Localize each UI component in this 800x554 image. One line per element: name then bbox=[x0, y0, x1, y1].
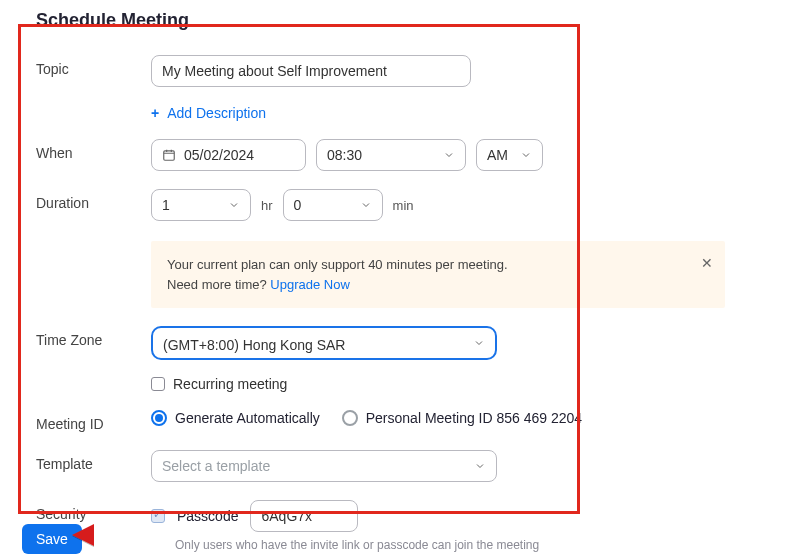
radio-dot-off bbox=[342, 410, 358, 426]
date-value: 05/02/2024 bbox=[184, 147, 254, 163]
banner-close-icon[interactable]: ✕ bbox=[701, 253, 713, 274]
calendar-icon bbox=[162, 148, 176, 162]
duration-hour-value: 1 bbox=[162, 197, 170, 213]
radio-personal-label: Personal Meeting ID 856 469 2204 bbox=[366, 410, 582, 426]
row-topic: Topic My Meeting about Self Improvement … bbox=[36, 55, 764, 121]
recurring-checkbox-row[interactable]: Recurring meeting bbox=[151, 376, 764, 392]
ampm-select[interactable]: AM bbox=[476, 139, 543, 171]
recurring-checkbox[interactable] bbox=[151, 377, 165, 391]
timezone-value: (GMT+8:00) Hong Kong SAR bbox=[163, 334, 346, 353]
hour-unit: hr bbox=[261, 198, 273, 213]
row-when: When 05/02/2024 08:30 AM bbox=[36, 139, 764, 171]
time-value: 08:30 bbox=[327, 147, 362, 163]
chevron-down-icon bbox=[520, 149, 532, 161]
row-duration: Duration 1 hr 0 min bbox=[36, 189, 764, 221]
add-description-link[interactable]: + Add Description bbox=[151, 105, 266, 121]
ampm-value: AM bbox=[487, 147, 508, 163]
topic-label: Topic bbox=[36, 55, 151, 77]
row-security: Security Passcode 6AqG7x Only users who … bbox=[36, 500, 764, 554]
chevron-down-icon bbox=[474, 460, 486, 472]
when-label: When bbox=[36, 139, 151, 161]
chevron-down-icon bbox=[473, 337, 485, 349]
svg-rect-0 bbox=[164, 151, 175, 160]
callout-arrow bbox=[70, 520, 140, 550]
add-description-text: Add Description bbox=[167, 105, 266, 121]
plan-limit-banner: Your current plan can only support 40 mi… bbox=[151, 241, 725, 308]
duration-min-value: 0 bbox=[294, 197, 302, 213]
radio-dot-on bbox=[151, 410, 167, 426]
plus-icon: + bbox=[151, 105, 159, 121]
banner-line1: Your current plan can only support 40 mi… bbox=[167, 255, 709, 275]
row-template: Template Select a template bbox=[36, 450, 764, 482]
duration-label: Duration bbox=[36, 189, 151, 211]
radio-personal-id[interactable]: Personal Meeting ID 856 469 2204 bbox=[342, 410, 582, 426]
radio-auto-label: Generate Automatically bbox=[175, 410, 320, 426]
radio-generate-auto[interactable]: Generate Automatically bbox=[151, 410, 320, 426]
schedule-form: Topic My Meeting about Self Improvement … bbox=[0, 55, 800, 554]
security-label: Security bbox=[36, 500, 151, 522]
chevron-down-icon bbox=[228, 199, 240, 211]
chevron-down-icon bbox=[360, 199, 372, 211]
template-placeholder: Select a template bbox=[162, 458, 270, 474]
time-select[interactable]: 08:30 bbox=[316, 139, 466, 171]
topic-input[interactable]: My Meeting about Self Improvement bbox=[151, 55, 471, 87]
chevron-down-icon bbox=[443, 149, 455, 161]
page-title: Schedule Meeting bbox=[0, 0, 800, 37]
date-input[interactable]: 05/02/2024 bbox=[151, 139, 306, 171]
upgrade-link[interactable]: Upgrade Now bbox=[270, 277, 350, 292]
passcode-checkbox[interactable] bbox=[151, 509, 165, 523]
recurring-label: Recurring meeting bbox=[173, 376, 287, 392]
banner-line2-prefix: Need more time? bbox=[167, 277, 270, 292]
timezone-select[interactable]: (GMT+8:00) Hong Kong SAR bbox=[151, 326, 497, 360]
meeting-id-label: Meeting ID bbox=[36, 410, 151, 432]
min-unit: min bbox=[393, 198, 414, 213]
passcode-helper: Only users who have the invite link or p… bbox=[175, 538, 764, 552]
passcode-input[interactable]: 6AqG7x bbox=[250, 500, 358, 532]
passcode-label: Passcode bbox=[177, 508, 238, 524]
duration-hour-select[interactable]: 1 bbox=[151, 189, 251, 221]
row-timezone: Time Zone (GMT+8:00) Hong Kong SAR Recur… bbox=[36, 326, 764, 392]
template-label: Template bbox=[36, 450, 151, 472]
duration-min-select[interactable]: 0 bbox=[283, 189, 383, 221]
template-select[interactable]: Select a template bbox=[151, 450, 497, 482]
row-meeting-id: Meeting ID Generate Automatically Person… bbox=[36, 410, 764, 432]
timezone-label: Time Zone bbox=[36, 326, 151, 348]
